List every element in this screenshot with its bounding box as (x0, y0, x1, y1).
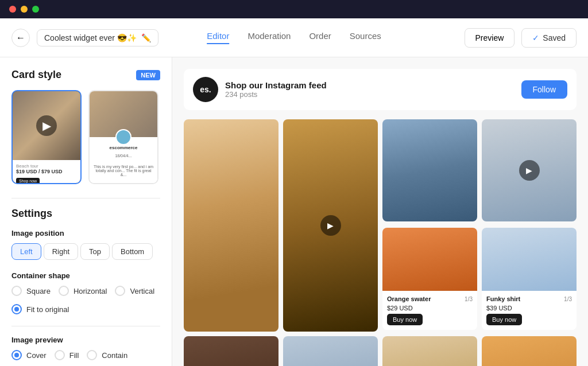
grid-cell-3 (382, 119, 477, 221)
shirt-title: Funky shirt (486, 295, 520, 302)
card-play-icon: ▶ (36, 115, 57, 136)
position-bottom-btn[interactable]: Bottom (112, 243, 153, 260)
grid-cell-6: Funky shirt 1/3 $39 USD Buy now (482, 228, 577, 330)
sweater-product-card: Orange swater 1/3 $29 USD Buy now (382, 291, 477, 330)
card-thumb-bottom: Beach tour $19 USD / $79 USD Shop now (13, 160, 80, 183)
card-username: escommerce (90, 145, 157, 150)
divider-2 (11, 326, 160, 326)
grid-cell-2: ▶ (283, 119, 378, 332)
sweater-price: $29 USD (387, 305, 473, 312)
preview-contain-radio[interactable] (87, 350, 97, 360)
denim-product-image (283, 336, 378, 366)
feed-title: Shop our Instagram feed (225, 80, 327, 90)
grid-cell-10 (482, 336, 577, 366)
feed-avatar: es. (193, 77, 218, 102)
shape-vertical-option[interactable]: Vertical (115, 286, 154, 296)
divider-1 (11, 198, 160, 198)
shirt-product-card: Funky shirt 1/3 $39 USD Buy now (482, 291, 577, 330)
maximize-dot[interactable] (32, 6, 39, 13)
image-preview-label: Image preview (11, 336, 160, 344)
feed-header-left: es. Shop our Instagram feed 234 posts (193, 77, 327, 102)
bag-image (382, 336, 477, 366)
shape-fit-option[interactable]: Fit to original (11, 304, 69, 314)
shape-horizontal-option[interactable]: Horizontal (59, 286, 107, 296)
card-google-icon: G (90, 182, 157, 183)
shape-horizontal-radio[interactable] (59, 286, 69, 296)
shape-fit-radio[interactable] (11, 304, 22, 314)
widget-name-input[interactable]: Coolest widget ever 😎✨ ✏️ (37, 29, 158, 46)
card-label: Beach tour (16, 163, 77, 169)
preview-cover-option[interactable]: Cover (11, 350, 47, 360)
preview-contain-label: Contain (102, 351, 127, 360)
card-thumb-1-image: ▶ (13, 91, 80, 160)
position-radio-group: Left Right Top Bottom (11, 243, 160, 260)
preview-fill-option[interactable]: Fill (55, 350, 79, 360)
image-preview-group: Image preview Cover Fill Contain (11, 336, 160, 360)
edit-icon[interactable]: ✏️ (141, 33, 151, 42)
grid-cell-5: Orange swater 1/3 $29 USD Buy now (382, 228, 477, 330)
card-style-section: Card style NEW (11, 69, 160, 81)
main-content: Card style NEW ✓ ▶ Beach tour $19 USD / … (0, 57, 588, 366)
preview-cover-radio[interactable] (11, 350, 22, 360)
grid-cell-7: ▶ (184, 336, 278, 366)
preview-contain-option[interactable]: Contain (87, 350, 127, 360)
card-style-title: Card style (11, 69, 61, 81)
position-top-btn[interactable]: Top (80, 243, 110, 260)
shirt-image (482, 228, 577, 291)
new-badge: NEW (136, 70, 160, 80)
shirt-buy-button[interactable]: Buy now (486, 314, 522, 325)
minimize-dot[interactable] (21, 6, 28, 13)
preview-cover-label: Cover (26, 351, 47, 360)
widget-name-text: Coolest widget ever 😎✨ (44, 33, 137, 42)
position-left-btn[interactable]: Left (11, 243, 41, 260)
sweater-title: Orange swater (387, 295, 431, 302)
card-avatar (115, 129, 131, 145)
image-position-label: Image position (11, 229, 160, 237)
sweater-count: 1/3 (465, 296, 473, 302)
card-options: ✓ ▶ Beach tour $19 USD / $79 USD Shop no… (11, 90, 160, 184)
preview-fill-radio[interactable] (55, 350, 65, 360)
nav-moderation[interactable]: Moderation (247, 31, 291, 44)
left-panel: Card style NEW ✓ ▶ Beach tour $19 USD / … (0, 57, 172, 366)
container-shape-label: Container shape (11, 271, 160, 280)
shape-square-radio[interactable] (11, 286, 22, 296)
grid-cell-4: ▶ (482, 119, 577, 221)
shirt-count: 1/3 (564, 296, 572, 302)
saved-button[interactable]: ✓ Saved (521, 28, 577, 48)
shape-vertical-radio[interactable] (115, 286, 125, 296)
sweater-buy-button[interactable]: Buy now (387, 314, 423, 325)
shirt-price: $39 USD (486, 305, 572, 312)
shape-square-option[interactable]: Square (11, 286, 51, 296)
card-thumb-2: escommerce 18/04/4... This is my very fi… (90, 91, 157, 183)
grid-cell-1 (184, 119, 278, 332)
feed-header: es. Shop our Instagram feed 234 posts Fo… (184, 69, 577, 110)
container-shape-group: Container shape Square Horizontal Vertic… (11, 271, 160, 314)
card-option-2[interactable]: escommerce 18/04/4... This is my very fi… (88, 90, 158, 184)
feed-subtitle: 234 posts (225, 90, 327, 99)
settings-title: Settings (11, 208, 160, 220)
nav-editor[interactable]: Editor (207, 31, 229, 44)
nav-sources[interactable]: Sources (350, 31, 381, 44)
preview-button[interactable]: Preview (465, 28, 515, 48)
feed-info: Shop our Instagram feed 234 posts (225, 80, 327, 99)
card-thumb-1: ▶ Beach tour $19 USD / $79 USD Shop now (13, 91, 80, 183)
shape-options: Square Horizontal Vertical Fit to origin… (11, 286, 160, 314)
position-right-btn[interactable]: Right (44, 243, 78, 260)
play-icon-4: ▶ (519, 160, 540, 181)
preview-fill-label: Fill (69, 351, 79, 360)
right-panel: es. Shop our Instagram feed 234 posts Fo… (172, 57, 588, 366)
card-buy-btn: Shop now (16, 178, 40, 183)
shape-horizontal-label: Horizontal (74, 287, 107, 295)
grid-cell-9: Pink modern bag 1/3 $79 USD Buy now (382, 336, 477, 366)
topbar-nav: Editor Moderation Order Sources (207, 31, 381, 44)
topbar-right: Preview ✓ Saved (465, 28, 577, 48)
shape-fit-label: Fit to original (26, 305, 69, 314)
back-button[interactable]: ← (11, 29, 30, 47)
saved-check-icon: ✓ (532, 33, 539, 42)
nav-order[interactable]: Order (309, 31, 331, 44)
photo-grid: ▶ ▶ Orange swater 1/3 $29 USD Buy now (184, 119, 577, 366)
close-dot[interactable] (9, 6, 16, 13)
card-date: 18/04/4... (90, 150, 157, 161)
follow-button[interactable]: Follow (521, 80, 567, 99)
card-option-1[interactable]: ✓ ▶ Beach tour $19 USD / $79 USD Shop no… (11, 90, 82, 184)
